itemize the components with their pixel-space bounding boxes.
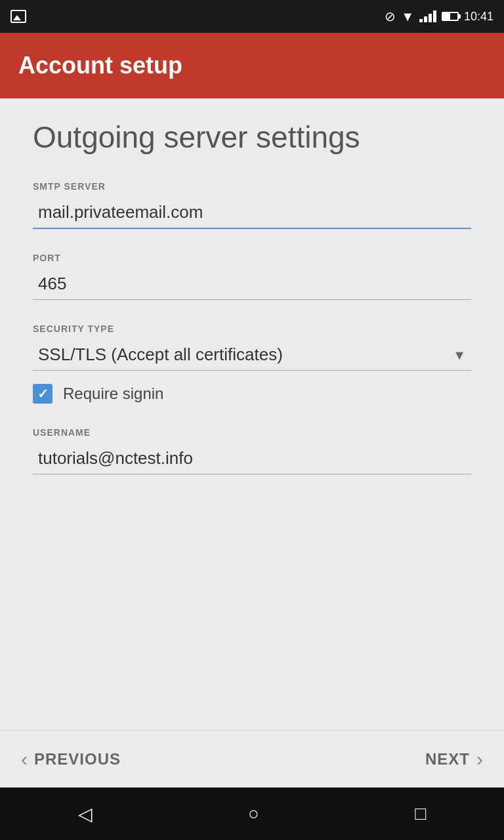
battery-icon — [442, 12, 459, 21]
username-input[interactable] — [33, 443, 471, 474]
previous-button-label: PREVIOUS — [34, 750, 121, 768]
username-group: USERNAME — [33, 427, 471, 474]
status-bar-left — [10, 10, 26, 23]
wifi-icon: ▼ — [401, 9, 414, 24]
require-signin-checkbox[interactable]: ✓ — [33, 384, 52, 404]
next-arrow-icon: › — [476, 748, 483, 770]
previous-arrow-icon: ‹ — [21, 748, 28, 770]
next-button[interactable]: NEXT › — [425, 748, 483, 770]
security-type-label: SECURITY TYPE — [33, 324, 471, 334]
status-time: 10:41 — [464, 10, 494, 24]
previous-button[interactable]: ‹ PREVIOUS — [21, 748, 121, 770]
signal-bars-icon — [419, 10, 436, 22]
port-input[interactable] — [33, 268, 471, 300]
status-bar-right: ⊘ ▼ 10:41 — [385, 9, 494, 24]
security-type-dropdown[interactable]: SSL/TLS (Accept all certificates) ▼ — [33, 339, 471, 371]
app-bar: Account setup — [0, 33, 504, 98]
home-button[interactable]: ○ — [248, 803, 259, 824]
require-signin-row[interactable]: ✓ Require signin — [33, 384, 471, 404]
next-button-label: NEXT — [425, 750, 470, 768]
android-nav-bar: ◁ ○ □ — [0, 788, 504, 840]
checkmark-icon: ✓ — [37, 386, 49, 402]
port-group: PORT — [33, 253, 471, 300]
require-signin-label: Require signin — [63, 385, 163, 403]
image-icon — [10, 10, 26, 23]
main-content: Outgoing server settings SMTP SERVER POR… — [0, 98, 504, 730]
page-title: Outgoing server settings — [33, 119, 471, 155]
port-label: PORT — [33, 253, 471, 263]
bottom-nav-bar: ‹ PREVIOUS NEXT › — [0, 730, 504, 788]
status-bar: ⊘ ▼ 10:41 — [0, 0, 504, 33]
no-signal-icon: ⊘ — [385, 9, 396, 24]
smtp-server-group: SMTP SERVER — [33, 181, 471, 229]
app-bar-title: Account setup — [18, 52, 182, 79]
recents-button[interactable]: □ — [415, 803, 426, 824]
username-label: USERNAME — [33, 427, 471, 438]
smtp-server-label: SMTP SERVER — [33, 181, 471, 192]
back-button[interactable]: ◁ — [78, 803, 93, 825]
dropdown-arrow-icon: ▼ — [453, 347, 466, 362]
smtp-server-input[interactable] — [33, 197, 471, 229]
security-type-group: SECURITY TYPE SSL/TLS (Accept all certif… — [33, 324, 471, 404]
security-type-value: SSL/TLS (Accept all certificates) — [33, 339, 471, 370]
